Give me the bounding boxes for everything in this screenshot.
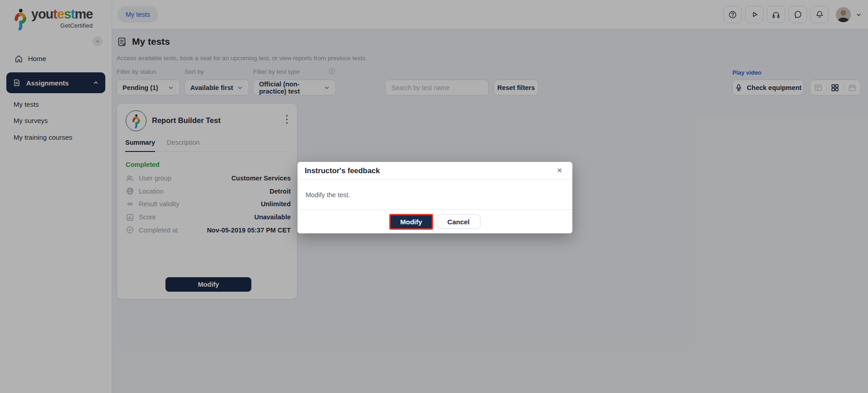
modify-highlight-box: Modify [389, 214, 433, 230]
modal-modify-button[interactable]: Modify [391, 215, 431, 228]
modal-cancel-button[interactable]: Cancel [437, 214, 481, 229]
modal-cancel-label: Cancel [448, 218, 470, 226]
modal-body: Modify the test. [297, 180, 572, 209]
modal-close-button[interactable]: ✕ [554, 166, 565, 175]
app-root: youtestme GetCertified « Home Assignment… [0, 0, 868, 393]
modal-message: Modify the test. [306, 191, 350, 199]
instructors-feedback-modal: Instructor's feedback ✕ Modify the test.… [297, 162, 572, 233]
modal-header: Instructor's feedback ✕ [297, 162, 572, 180]
modal-footer: Modify Cancel [297, 209, 572, 233]
modal-title: Instructor's feedback [305, 166, 380, 175]
modal-modify-label: Modify [400, 218, 422, 226]
close-icon: ✕ [557, 166, 562, 174]
